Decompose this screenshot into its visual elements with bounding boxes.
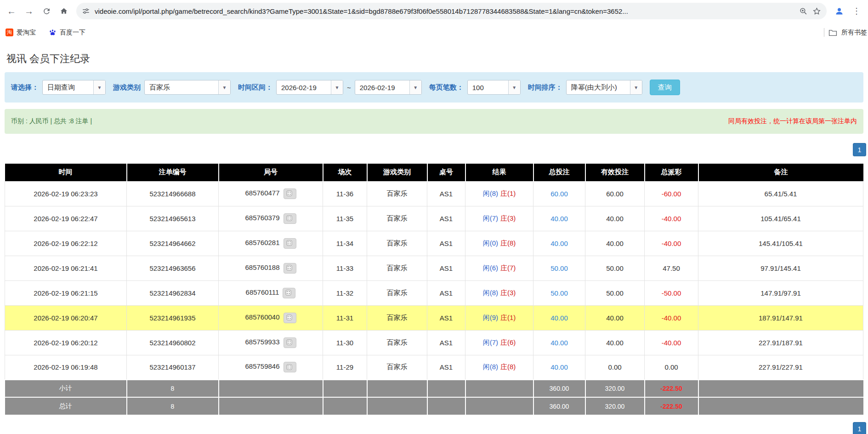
table-row: 2026-02-19 06:20:47 523214961935 6857600… [5,305,863,330]
col-bet-id: 注单编号 [127,164,219,181]
chevron-down-icon[interactable]: ▼ [331,80,343,94]
page-size-select[interactable]: 100 ▼ [467,80,521,95]
replay-icon[interactable] [284,263,296,274]
cell-time: 2026-02-19 06:22:47 [5,206,127,231]
replay-icon[interactable] [284,362,296,372]
url-text[interactable]: videoie.com/ipl/portal.php/game/betrecor… [95,7,794,15]
subtotal-label: 小计 [5,380,127,397]
replay-icon[interactable] [284,188,296,199]
date-from-select[interactable]: 2026-02-19 ▼ [276,80,343,95]
back-icon[interactable]: ← [3,2,20,20]
cell-payout: -40.00 [645,231,698,256]
table-row: 2026-02-19 06:20:12 523214960802 6857599… [5,330,863,355]
cell-valid-bet: 40.00 [585,206,645,231]
table-row: 2026-02-19 06:21:15 523214962834 6857601… [5,280,863,305]
cell-total-bet[interactable]: 50.00 [533,256,585,280]
cell-valid-bet: 40.00 [585,305,645,330]
round-number: 685760111 [246,288,279,296]
cell-total-bet[interactable]: 40.00 [533,305,585,330]
date-from-value: 2026-02-19 [277,80,331,94]
round-number: 685760379 [245,214,279,222]
total-payout: -222.50 [645,397,698,415]
cell-time: 2026-02-19 06:19:48 [5,355,127,380]
page-1-button[interactable]: 1 [853,422,866,434]
chevron-down-icon[interactable]: ▼ [93,80,105,94]
search-button[interactable]: 查询 [650,80,680,95]
cell-total-bet[interactable]: 40.00 [533,355,585,380]
forward-icon[interactable]: → [20,2,38,20]
replay-icon[interactable] [283,288,295,298]
profile-avatar-icon[interactable] [830,2,848,20]
replay-icon[interactable] [284,337,296,348]
filter-bar: 请选择： 日期查询 ▼ 游戏类别 百家乐 ▼ 时间区间： 2026-02-19 … [5,72,863,103]
all-bookmarks[interactable]: 所有书签 [824,22,867,43]
bookmark-star-icon[interactable] [812,7,821,16]
home-icon[interactable] [55,2,73,20]
chevron-down-icon[interactable]: ▼ [630,80,642,94]
cell-round: 685760379 [219,206,323,231]
time-sort-select[interactable]: 降幂(由大到小) ▼ [566,80,642,95]
zoom-icon[interactable] [799,7,808,16]
address-bar[interactable]: videoie.com/ipl/portal.php/game/betrecor… [76,3,827,19]
page-title: 视讯 会员下注纪录 [6,52,863,66]
subtotal-valid-bet: 320.00 [585,380,645,397]
refresh-icon[interactable] [38,2,55,20]
total-label: 总计 [5,397,127,415]
chevron-down-icon[interactable]: ▼ [218,80,230,94]
cell-total-bet[interactable]: 40.00 [533,231,585,256]
summary-currency-count: 币别 : 人民币 | 总共 :8 注单 | [11,117,92,126]
result-player: 闲(8) [483,189,498,197]
query-type-select[interactable]: 日期查询 ▼ [42,80,106,95]
cell-total-bet[interactable]: 40.00 [533,330,585,355]
cell-session: 11-32 [323,280,367,305]
replay-icon[interactable] [284,238,296,249]
cell-payout: -50.00 [645,280,698,305]
cell-game-type: 百家乐 [367,280,427,305]
date-to-select[interactable]: 2026-02-19 ▼ [355,80,422,95]
result-banker: 庄(8) [500,363,516,371]
cell-game-type: 百家乐 [367,355,427,380]
cell-valid-bet: 0.00 [585,355,645,380]
bookmark-baidu[interactable]: 百度一下 [49,29,85,37]
chevron-down-icon[interactable]: ▼ [409,80,421,94]
summary-notice: 同局有效投注，统一计算在该局第一张注单内 [728,117,857,126]
site-info-icon[interactable] [82,7,90,15]
cell-bet-id: 523214964662 [127,231,219,256]
cell-valid-bet: 50.00 [585,280,645,305]
menu-dots-icon[interactable]: ⋮ [848,2,865,20]
cell-time: 2026-02-19 06:20:47 [5,305,127,330]
result-player: 闲(6) [483,264,498,272]
cell-total-bet[interactable]: 40.00 [533,206,585,231]
cell-result: 闲(8)庄(3) [465,280,533,305]
chevron-down-icon[interactable]: ▼ [508,80,520,94]
replay-icon[interactable] [284,213,296,224]
cell-total-bet[interactable]: 50.00 [533,280,585,305]
bookmark-taobao[interactable]: 淘 爱淘宝 [6,29,36,37]
time-sort-label: 时间排序： [528,83,562,92]
col-game-type: 游戏类别 [367,164,427,181]
cell-result: 闲(8)庄(8) [465,355,533,380]
round-number: 685760477 [245,189,279,197]
round-number: 685760188 [245,263,279,271]
col-payout: 总派彩 [645,164,698,181]
cell-table: AS1 [427,231,465,256]
cell-payout: -40.00 [645,305,698,330]
cell-round: 685760040 [219,305,323,330]
table-row: 2026-02-19 06:19:48 523214960137 6857598… [5,355,863,380]
cell-result: 闲(7)庄(6) [465,330,533,355]
result-banker: 庄(3) [500,214,516,222]
cell-round: 685760188 [219,256,323,280]
cell-note: 97.91/145.41 [698,256,863,280]
game-type-select[interactable]: 百家乐 ▼ [144,80,231,95]
page-size-label: 每页笔数： [429,83,464,92]
round-number: 685760281 [245,239,279,246]
cell-total-bet[interactable]: 60.00 [533,181,585,206]
result-banker: 庄(1) [500,314,516,321]
page-1-button[interactable]: 1 [853,143,866,156]
cell-payout: 0.00 [645,355,698,380]
replay-icon[interactable] [284,313,296,323]
round-number: 685760040 [245,313,279,321]
subtotal-count: 8 [127,380,219,397]
cell-payout: -40.00 [645,330,698,355]
cell-result: 闲(6)庄(7) [465,256,533,280]
